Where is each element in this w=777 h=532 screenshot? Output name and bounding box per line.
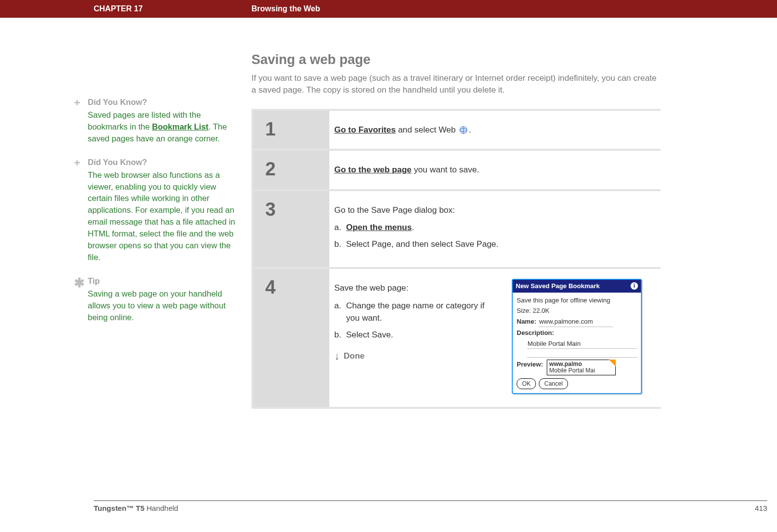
preview-box: www.palmo Mobile Portal Mai (547, 360, 616, 375)
step3a-tail: . (412, 223, 414, 232)
page-body: + Did You Know? Saved pages are listed w… (0, 18, 777, 409)
info-icon[interactable]: i (631, 282, 638, 290)
step3b-text: Select Page, and then select Save Page. (346, 238, 498, 251)
dyk2-text: The web browser also functions as a view… (88, 169, 237, 264)
page-number: 413 (755, 504, 767, 512)
sidebar: + Did You Know? Saved pages are listed w… (74, 52, 251, 409)
product-name: Tungsten™ T5 Handheld (94, 504, 178, 512)
save-page-dialog: New Saved Page Bookmark i Save this page… (512, 279, 642, 394)
step-number: 4 (253, 269, 329, 407)
header-bar: CHAPTER 17 Browsing the Web (0, 0, 777, 18)
preview-line1: www.palmo (549, 361, 582, 367)
chapter-title: Browsing the Web (251, 4, 320, 13)
size-value: 22.0K (533, 307, 550, 314)
substep-letter: a. (334, 221, 346, 234)
step2-text: you want to save. (412, 165, 479, 174)
dialog-title-text: New Saved Page Bookmark (516, 281, 600, 291)
step-number: 2 (253, 151, 329, 189)
did-you-know-2: + Did You Know? The web browser also fun… (74, 157, 237, 264)
dialog-buttons: OK Cancel (517, 378, 637, 389)
dyk1-title: Did You Know? (88, 97, 237, 108)
done-indicator: ↓ Done (334, 348, 497, 364)
dialog-name-row: Name: www.palmone.com (517, 317, 637, 328)
chapter-label: CHAPTER 17 (94, 4, 251, 13)
dialog-instruction: Save this page for offline viewing (517, 296, 637, 305)
desc-field[interactable]: Mobile Portal Main (528, 339, 637, 349)
bookmark-list-link[interactable]: Bookmark List (152, 122, 209, 131)
size-label: Size: (517, 307, 531, 314)
tip-block: ✱ Tip Saving a web page on your handheld… (74, 275, 237, 324)
dyk1-text: Saved pages are listed with the bookmark… (88, 109, 237, 145)
dialog-size: Size: 22.0K (517, 306, 637, 316)
substep-letter: b. (334, 238, 346, 251)
preview-label: Preview: (517, 361, 543, 368)
preview-line2: Mobile Portal Mai (549, 367, 595, 374)
intro-paragraph: If you want to save a web page (such as … (251, 72, 661, 96)
step4-lead: Save the web page: (334, 282, 497, 295)
dialog-preview-row: Preview: www.palmo Mobile Portal Mai (517, 360, 637, 375)
name-field[interactable]: www.palmone.com (539, 317, 613, 328)
section-title: Saving a web page (251, 52, 661, 67)
step-number: 1 (253, 111, 329, 149)
plus-icon: + (74, 97, 88, 145)
step-1-content: Go to Favorites and select Web . (329, 111, 661, 149)
asterisk-icon: ✱ (74, 275, 88, 324)
plus-icon: + (74, 157, 88, 264)
step4b-text: Select Save. (346, 329, 393, 341)
step-4-content: Save the web page: a.Change the page nam… (329, 269, 661, 407)
step-2: 2 Go to the web page you want to save. (253, 151, 661, 191)
did-you-know-1: + Did You Know? Saved pages are listed w… (74, 97, 237, 145)
step4a-text: Change the page name or category if you … (346, 299, 497, 325)
step-4: 4 Save the web page: a.Change the page n… (253, 269, 661, 407)
step-2-content: Go to the web page you want to save. (329, 151, 661, 189)
dialog-desc-row: Description: (517, 328, 637, 338)
step3-lead: Go to the Save Page dialog box: (334, 204, 649, 217)
substep-letter: b. (334, 329, 346, 341)
steps-container: 1 Go to Favorites and select Web . 2 Go … (251, 109, 661, 409)
go-to-webpage-link[interactable]: Go to the web page (334, 165, 412, 174)
substep-letter: a. (334, 299, 346, 325)
dialog-titlebar: New Saved Page Bookmark i (513, 280, 641, 293)
page-footer: Tungsten™ T5 Handheld 413 (94, 500, 767, 512)
dyk2-title: Did You Know? (88, 157, 237, 168)
name-label: Name: (517, 318, 536, 325)
desc-field-2[interactable] (528, 350, 637, 358)
cancel-button[interactable]: Cancel (539, 378, 568, 389)
tip-title: Tip (88, 275, 237, 287)
ok-button[interactable]: OK (517, 378, 536, 389)
product-rest: Handheld (144, 504, 178, 512)
step-3-content: Go to the Save Page dialog box: a.Open t… (329, 191, 661, 267)
step-number: 3 (253, 191, 329, 267)
main-content: Saving a web page If you want to save a … (251, 52, 661, 409)
desc-label: Description: (517, 329, 554, 336)
orange-corner-icon (609, 360, 616, 366)
tip-text: Saving a web page on your handheld allow… (88, 288, 237, 324)
step1-text: and select Web (396, 125, 458, 134)
product-bold: Tungsten™ T5 (94, 504, 144, 512)
step-1: 1 Go to Favorites and select Web . (253, 111, 661, 151)
go-to-favorites-link[interactable]: Go to Favorites (334, 125, 396, 134)
open-menus-link[interactable]: Open the menus (346, 223, 412, 232)
step-3: 3 Go to the Save Page dialog box: a.Open… (253, 191, 661, 269)
down-arrow-icon: ↓ (334, 348, 340, 364)
web-globe-icon (459, 126, 468, 134)
done-label: Done (344, 350, 365, 363)
step1-tail: . (469, 125, 471, 134)
